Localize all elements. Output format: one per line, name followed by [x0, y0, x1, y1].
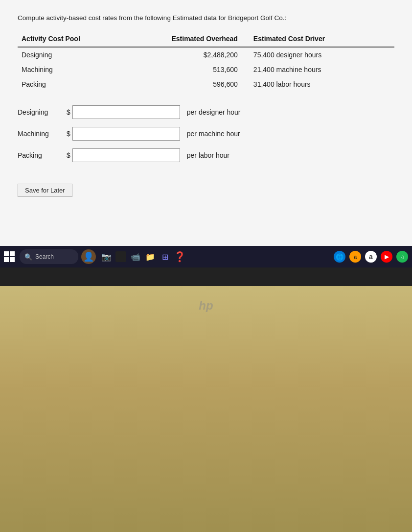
machining-input-row: Machining $ per machine hour	[18, 127, 394, 141]
packing-input[interactable]	[72, 148, 180, 162]
col-header-driver: Estimated Cost Driver	[250, 32, 394, 47]
taskbar-search-box[interactable]: 🔍 Search	[20, 249, 78, 264]
machining-dollar: $	[67, 130, 70, 138]
pool-packing: Packing	[18, 77, 134, 92]
designing-dollar: $	[67, 108, 70, 116]
amazon-icon[interactable]: a	[349, 251, 361, 263]
packing-unit: per labor hour	[187, 151, 229, 159]
pool-designing: Designing	[18, 47, 134, 62]
machining-unit: per machine hour	[187, 130, 240, 138]
camera-icon[interactable]: 📷	[101, 251, 112, 262]
col-header-pool: Activity Cost Pool	[18, 32, 134, 47]
activity-table: Activity Cost Pool Estimated Overhead Es…	[18, 32, 394, 92]
packing-dollar: $	[67, 151, 70, 159]
folder-icon[interactable]: 📁	[145, 251, 156, 262]
taskbar-icons-group: 📷 📹 📁 ⊞ ❓	[101, 251, 185, 262]
spotify-icon[interactable]: ♫	[396, 251, 408, 263]
machining-input[interactable]	[72, 127, 180, 141]
packing-input-row: Packing $ per labor hour	[18, 148, 394, 162]
overhead-machining: 513,600	[134, 62, 250, 77]
laptop-body: hp # 3 $ 4 % 5 ^ 6 & 7	[0, 286, 412, 532]
pool-machining: Machining	[18, 62, 134, 77]
input-section: Designing $ per designer hour Machining …	[18, 105, 394, 162]
table-row: Designing $2,488,200 75,400 designer hou…	[18, 47, 394, 62]
hp-logo: hp	[199, 299, 213, 313]
windows-start-icon[interactable]	[4, 251, 15, 262]
help-icon[interactable]: ❓	[174, 251, 185, 262]
designing-input[interactable]	[72, 105, 180, 119]
table-row: Packing 596,600 31,400 labor hours	[18, 77, 394, 92]
overhead-packing: 596,600	[134, 77, 250, 92]
designing-label: Designing	[18, 108, 67, 116]
screen-bezel	[0, 265, 412, 286]
browser-icon[interactable]: 🌐	[334, 251, 345, 263]
driver-packing: 31,400 labor hours	[250, 77, 394, 92]
overhead-designing: $2,488,200	[134, 47, 250, 62]
grid-icon[interactable]: ⊞	[160, 251, 170, 262]
driver-machining: 21,400 machine hours	[250, 62, 394, 77]
window-icon[interactable]	[115, 251, 126, 262]
letter-a-icon[interactable]: a	[365, 251, 377, 263]
search-icon: 🔍	[24, 253, 32, 261]
designing-input-row: Designing $ per designer hour	[18, 105, 394, 119]
youtube-icon[interactable]: ▶	[381, 251, 392, 263]
video-icon[interactable]: 📹	[130, 251, 141, 262]
search-label: Search	[35, 253, 54, 260]
save-for-later-button[interactable]: Save for Later	[18, 184, 72, 197]
driver-designing: 75,400 designer hours	[250, 47, 394, 62]
designing-unit: per designer hour	[187, 108, 241, 116]
profile-picture[interactable]: 👤	[81, 249, 96, 264]
data-table-section: Activity Cost Pool Estimated Overhead Es…	[18, 32, 394, 92]
hp-logo-text: hp	[199, 299, 213, 312]
taskbar: 🔍 Search 👤 📷 📹 📁 ⊞ ❓ 🌐 a a ▶ ♫	[0, 246, 412, 267]
screen: Compute activity-based cost rates from t…	[0, 0, 412, 265]
taskbar-right-icons: 🌐 a a ▶ ♫	[334, 251, 408, 263]
table-row: Machining 513,600 21,400 machine hours	[18, 62, 394, 77]
instruction-text: Compute activity-based cost rates from t…	[18, 14, 394, 23]
machining-label: Machining	[18, 130, 67, 138]
col-header-overhead: Estimated Overhead	[134, 32, 250, 47]
packing-label: Packing	[18, 151, 67, 159]
